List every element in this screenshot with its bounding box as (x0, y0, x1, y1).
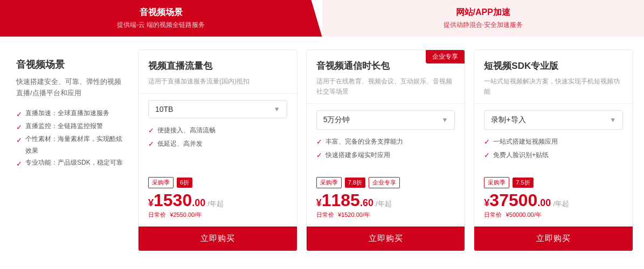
info-card-desc: 快速搭建安全、可靠、弹性的视频直播/点播平台和应用 (16, 76, 124, 99)
original-label-0: 日常价 (148, 211, 166, 218)
card-desc-0: 适用于直播加速服务流量(国内)抵扣 (148, 76, 287, 87)
original-label-2: 日常价 (484, 211, 502, 218)
feature-check-1-1: ✓ (316, 151, 322, 159)
price-currency-0: ¥ (148, 197, 154, 209)
discount-tag-0: 6折 (177, 178, 192, 188)
feature-list: ✓ 直播加速：全球直播加速服务 ✓ 直播监控：全链路监控报警 ✓ 个性素材：海量… (16, 108, 124, 170)
chevron-down-icon-0: ▼ (274, 105, 280, 113)
nav-item-video-subtitle: 提供端-云 端的视频全链路服务 (117, 20, 205, 30)
nav-item-website-subtitle: 提供动静混合·安全加速服务 (444, 20, 523, 30)
selector-value-2: 录制+导入 (491, 115, 525, 125)
nav-item-website-title: 网站/APP加速 (456, 7, 510, 18)
feature-label-2-1: 免费人脸识别+贴纸 (493, 151, 549, 160)
buy-button-0[interactable]: 立即购买 (139, 226, 297, 251)
product-feature-2-0: ✓ 一站式搭建短视频应用 (484, 137, 623, 146)
feature-label-1-1: 快速搭建多端实时应用 (326, 151, 390, 160)
card-desc-1: 适用于在线教育、视频会议、互动娱乐、音视频社交等场景 (316, 76, 455, 97)
chevron-down-icon-2: ▼ (610, 116, 616, 124)
card-body-2: 录制+导入 ▼ ✓ 一站式搭建短视频应用 ✓ 免费人脸识别+贴纸 (474, 104, 633, 171)
price-unit-1: /年起 (376, 199, 392, 209)
card-title-0: 视频直播流量包 (148, 60, 287, 72)
card-body-0: 10TB ▼ ✓ 便捷接入、高清流畅 ✓ 低延迟、高并发 (139, 94, 297, 171)
discount-tag-1: 7.8折 (345, 178, 365, 188)
feature-item-0: ✓ 直播加速：全球直播加速服务 (16, 108, 124, 121)
original-label-1: 日常价 (316, 211, 334, 218)
price-unit-0: /年起 (207, 199, 224, 209)
feature-check-2-1: ✓ (484, 151, 490, 159)
feature-text-1: 直播监控：全链路监控报警 (25, 121, 103, 132)
feature-label-1-0: 丰富、完备的业务支撑能力 (326, 137, 403, 146)
feature-text-0: 直播加速：全球直播加速服务 (25, 108, 109, 119)
feature-text-3: 专业功能：产品级SDK，稳定可靠 (25, 157, 123, 169)
product-card-av-minutes: 企业专享 音视频通信时长包 适用于在线教育、视频会议、互动娱乐、音视频社交等场景… (306, 49, 466, 251)
price-value-0: 1530 (154, 192, 192, 209)
feature-label-0-0: 便捷接入、高清流畅 (157, 126, 216, 135)
price-main-1: ¥ 1185 .60 /年起 (316, 192, 455, 209)
selector-1[interactable]: 5万分钟 ▼ (316, 110, 455, 130)
price-main-0: ¥ 1530 .00 /年起 (148, 192, 287, 209)
card-desc-2: 一站式短视频解决方案，快速实现手机短视频功能 (484, 76, 623, 97)
feature-text-2: 个性素材：海量素材库，实现酷炫效果 (25, 133, 124, 157)
price-currency-2: ¥ (484, 197, 489, 209)
original-value-2: ¥50000.00/年 (506, 211, 542, 218)
checkmark-0: ✓ (16, 108, 22, 121)
feature-check-0-1: ✓ (148, 140, 154, 148)
price-original-1: 日常价 ¥1520.00/年 (316, 211, 455, 219)
original-value-1: ¥1520.00/年 (338, 211, 370, 218)
pricing-tags-0: 采购季 6折 (148, 177, 287, 188)
card-title-2: 短视频SDK专业版 (484, 60, 623, 72)
feature-check-2-0: ✓ (484, 138, 490, 146)
discount-tag-2: 7.5折 (513, 178, 533, 188)
product-feature-0-0: ✓ 便捷接入、高清流畅 (148, 126, 287, 135)
checkmark-3: ✓ (16, 158, 22, 170)
nav-item-website[interactable]: 网站/APP加速 提供动静混合·安全加速服务 (322, 0, 645, 37)
pricing-label-1: 采购季 (316, 177, 342, 188)
product-feature-0-1: ✓ 低延迟、高并发 (148, 139, 287, 148)
pricing-label-2: 采购季 (484, 177, 509, 188)
feature-check-1-0: ✓ (316, 138, 322, 146)
pricing-tags-2: 采购季 7.5折 (484, 177, 623, 188)
selector-0[interactable]: 10TB ▼ (148, 100, 287, 118)
main-content: 音视频场景 快速搭建安全、可靠、弹性的视频直播/点播平台和应用 ✓ 直播加速：全… (0, 37, 644, 264)
product-card-live-traffic: 视频直播流量包 适用于直播加速服务流量(国内)抵扣 10TB ▼ ✓ 便捷接入、… (138, 49, 297, 251)
pricing-label-0: 采购季 (148, 177, 174, 188)
price-currency-1: ¥ (316, 197, 322, 209)
pricing-area-2: 采购季 7.5折 ¥ 37500 .00 /年起 日常价 ¥50000.00/年 (474, 171, 633, 226)
product-feature-1-0: ✓ 丰富、完备的业务支撑能力 (316, 137, 455, 146)
price-value-2: 37500 (489, 192, 537, 209)
feature-check-0-0: ✓ (148, 126, 154, 134)
selector-value-1: 5万分钟 (323, 115, 350, 125)
price-main-2: ¥ 37500 .00 /年起 (484, 192, 623, 209)
pricing-area-0: 采购季 6折 ¥ 1530 .00 /年起 日常价 ¥2550.00/年 (139, 171, 297, 226)
price-value-1: 1185 (322, 192, 360, 209)
price-original-2: 日常价 ¥50000.00/年 (484, 211, 623, 219)
price-decimal-0: .00 (192, 197, 205, 209)
buy-button-2[interactable]: 立即购买 (474, 226, 633, 251)
cards-container: 音视频场景 快速搭建安全、可靠、弹性的视频直播/点播平台和应用 ✓ 直播加速：全… (11, 49, 633, 251)
original-value-0: ¥2550.00/年 (170, 211, 202, 218)
info-card: 音视频场景 快速搭建安全、可靠、弹性的视频直播/点播平台和应用 ✓ 直播加速：全… (11, 49, 129, 251)
product-card-short-video: 短视频SDK专业版 一站式短视频解决方案，快速实现手机短视频功能 录制+导入 ▼… (474, 49, 633, 251)
enterprise-badge: 企业专享 (426, 50, 465, 63)
nav-item-video-title: 音视频场景 (140, 7, 183, 18)
card-header-2: 短视频SDK专业版 一站式短视频解决方案，快速实现手机短视频功能 (474, 50, 633, 104)
feature-item-3: ✓ 专业功能：产品级SDK，稳定可靠 (16, 157, 124, 170)
feature-label-0-1: 低延迟、高并发 (157, 139, 203, 148)
price-decimal-2: .00 (537, 197, 551, 209)
nav-item-video[interactable]: 音视频场景 提供端-云 端的视频全链路服务 (0, 0, 322, 37)
card-body-1: 5万分钟 ▼ ✓ 丰富、完备的业务支撑能力 ✓ 快速搭建多端实时应用 (307, 104, 465, 171)
pricing-area-1: 采购季 7.8折 企业专享 ¥ 1185 .60 /年起 日常价 ¥1520.0… (307, 171, 465, 226)
price-original-0: 日常价 ¥2550.00/年 (148, 211, 287, 219)
selector-2[interactable]: 录制+导入 ▼ (484, 110, 623, 130)
checkmark-2: ✓ (16, 134, 22, 146)
feature-item-1: ✓ 直播监控：全链路监控报警 (16, 121, 124, 133)
top-navigation: 音视频场景 提供端-云 端的视频全链路服务 网站/APP加速 提供动静混合·安全… (0, 0, 644, 37)
enterprise-tag-1: 企业专享 (369, 177, 400, 188)
buy-button-1[interactable]: 立即购买 (307, 226, 465, 251)
price-decimal-1: .60 (360, 197, 373, 209)
product-feature-1-1: ✓ 快速搭建多端实时应用 (316, 151, 455, 160)
product-feature-2-1: ✓ 免费人脸识别+贴纸 (484, 151, 623, 160)
selector-value-0: 10TB (155, 105, 173, 114)
feature-item-2: ✓ 个性素材：海量素材库，实现酷炫效果 (16, 133, 124, 157)
info-card-title: 音视频场景 (16, 58, 124, 71)
